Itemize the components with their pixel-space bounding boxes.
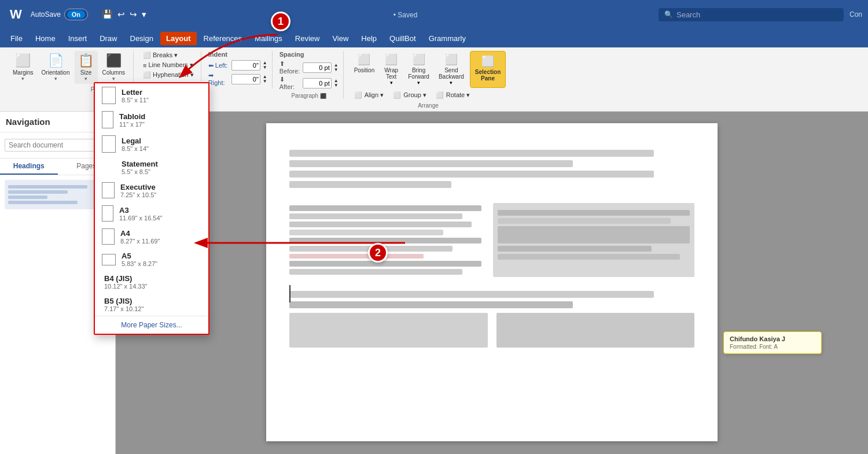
indent-left-spinner[interactable]: ▲ ▼ xyxy=(263,61,267,70)
menu-file[interactable]: File xyxy=(5,32,28,45)
line-numbers-icon: ≡ xyxy=(143,62,146,69)
margins-icon: ⬜ xyxy=(15,53,31,68)
bring-forward-label: BringForward xyxy=(408,67,429,80)
menu-review[interactable]: Review xyxy=(289,32,326,45)
doc-line-4 xyxy=(289,181,451,188)
search-icon: 🔍 xyxy=(664,10,673,19)
size-icon-a3 xyxy=(102,205,113,222)
save-icon[interactable]: 💾 xyxy=(102,9,113,20)
document-title: • Saved xyxy=(152,10,659,19)
doc-line-5 xyxy=(289,291,654,298)
autosave-toggle[interactable]: On xyxy=(64,9,88,20)
spacing-before-spinner[interactable]: ▲ ▼ xyxy=(334,63,339,72)
breaks-group: ⬜ Breaks ▾ ≡ Line Numbers ▾ ⬜ Hyphenatio… xyxy=(136,51,201,82)
size-button[interactable]: 📋 Size ▾ xyxy=(75,51,98,84)
send-backward-button[interactable]: ⬜ SendBackward ▾ xyxy=(435,51,468,88)
size-info-b5jis: B5 (JIS) 7.17" x 10.12" xyxy=(104,297,144,312)
line-numbers-button[interactable]: ≡ Line Numbers ▾ xyxy=(141,61,196,69)
indent-right-input[interactable] xyxy=(231,74,260,84)
align-button[interactable]: ⬜ Align ▾ xyxy=(351,90,388,100)
size-name-a3: A3 xyxy=(119,206,162,215)
menu-references[interactable]: References xyxy=(198,32,248,45)
spacing-after-spinner[interactable]: ▲ ▼ xyxy=(334,79,339,88)
group-button[interactable]: ⬜ Group ▾ xyxy=(389,90,430,100)
menu-design[interactable]: Design xyxy=(124,32,159,45)
menu-home[interactable]: Home xyxy=(30,32,61,45)
breaks-button[interactable]: ⬜ Breaks ▾ xyxy=(141,51,196,60)
size-item-executive[interactable]: Executive 7.25" x 10.5" xyxy=(95,179,208,202)
hyphenation-button[interactable]: ⬜ Hyphenation ▾ xyxy=(141,71,196,79)
text-cursor xyxy=(289,285,290,302)
menu-grammarly[interactable]: Grammarly xyxy=(423,32,472,45)
size-name-statement: Statement xyxy=(122,160,158,168)
hyphenation-label: Hyphenation ▾ xyxy=(153,71,194,79)
send-backward-arrow: ▾ xyxy=(450,80,453,86)
size-icon-legal xyxy=(102,135,116,153)
indent-fields: Indent ⬅ Left: ▲ ▼ ➡ Right: ▲ ▼ xyxy=(208,51,267,86)
spacing-fields: Spacing ⬆ Before: ▲ ▼ ⬇ After: ▲ ▼ xyxy=(279,51,339,90)
columns-button[interactable]: ⬛ Columns ▾ xyxy=(99,51,128,84)
undo-icon[interactable]: ↩ xyxy=(117,9,125,20)
menu-bar: File Home Insert Draw Design Layout Refe… xyxy=(0,29,868,47)
doc-col-left xyxy=(289,203,481,277)
margins-arrow: ▾ xyxy=(21,76,24,82)
toggle-on-label: On xyxy=(67,10,85,19)
redo-icon[interactable]: ↪ xyxy=(130,9,137,20)
size-item-a4[interactable]: A4 8.27" x 11.69" xyxy=(95,225,208,248)
more-paper-sizes-button[interactable]: More Paper Sizes... xyxy=(95,316,208,334)
indent-right-spinner[interactable]: ▲ ▼ xyxy=(263,75,267,84)
menu-quillbot[interactable]: QuillBot xyxy=(384,32,422,45)
send-backward-icon: ⬜ xyxy=(445,53,458,66)
bring-forward-button[interactable]: ⬜ BringForward ▾ xyxy=(404,51,433,88)
arrange-group: ⬜ Position ⬜ WrapText ▾ ⬜ BringForward ▾… xyxy=(346,51,511,109)
annotation-badge-1: 1 xyxy=(271,12,290,31)
search-input[interactable] xyxy=(676,10,827,19)
word-icon: W xyxy=(6,6,26,23)
spacing-after-input[interactable] xyxy=(303,78,332,88)
annotation-badge-2: 2 xyxy=(368,243,388,263)
menu-insert[interactable]: Insert xyxy=(62,32,93,45)
badge1-label: 1 xyxy=(278,16,284,28)
size-info-b4jis: B4 (JIS) 10.12" x 14.33" xyxy=(104,274,147,290)
size-icon-a5 xyxy=(102,254,116,265)
selection-pane-button[interactable]: ⬜ SelectionPane xyxy=(470,51,506,88)
orientation-button[interactable]: 📄 Orientation ▾ xyxy=(38,51,73,84)
size-item-legal[interactable]: Legal 8.5" x 14" xyxy=(95,132,208,156)
orientation-label: Orientation xyxy=(42,69,70,76)
size-item-a3[interactable]: A3 11.69" x 16.54" xyxy=(95,202,208,225)
menu-layout[interactable]: Layout xyxy=(160,32,197,45)
size-dim-legal: 8.5" x 14" xyxy=(122,145,149,152)
size-item-b5jis[interactable]: B5 (JIS) 7.17" x 10.12" xyxy=(95,293,208,316)
wrap-text-icon: ⬜ xyxy=(385,53,398,66)
size-item-tabloid[interactable]: Tabloid 11" x 17" xyxy=(95,108,208,132)
doc-line-2 xyxy=(289,160,573,167)
nav-tab-headings[interactable]: Headings xyxy=(0,158,58,175)
size-item-a5[interactable]: A5 5.83" x 8.27" xyxy=(95,248,208,271)
breaks-icon: ⬜ xyxy=(143,51,151,59)
margins-button[interactable]: ⬜ Margins ▾ xyxy=(9,51,37,84)
spacing-before-input[interactable] xyxy=(303,62,332,73)
size-item-letter[interactable]: Letter 8.5" x 11" xyxy=(95,83,208,108)
rotate-button[interactable]: ⬜ Rotate ▾ xyxy=(432,90,473,100)
size-item-statement[interactable]: Statement 5.5" x 8.5" xyxy=(95,156,208,179)
size-icon: 📋 xyxy=(78,53,94,68)
search-box[interactable]: 🔍 xyxy=(659,8,844,21)
menu-help[interactable]: Help xyxy=(355,32,382,45)
size-name-letter: Letter xyxy=(122,88,149,97)
indent-left-input[interactable] xyxy=(231,60,260,71)
spacing-before-row: ⬆ Before: ▲ ▼ xyxy=(279,60,339,75)
spacing-group: Spacing ⬆ Before: ▲ ▼ ⬇ After: ▲ ▼ Parag… xyxy=(275,51,344,99)
size-dim-statement: 5.5" x 8.5" xyxy=(122,168,158,175)
menu-view[interactable]: View xyxy=(326,32,354,45)
position-button[interactable]: ⬜ Position xyxy=(351,51,378,88)
spacing-after-row: ⬇ After: ▲ ▼ xyxy=(279,76,339,90)
nav-search-input[interactable] xyxy=(5,139,100,152)
size-item-b4jis[interactable]: B4 (JIS) 10.12" x 14.33" xyxy=(95,271,208,293)
menu-draw[interactable]: Draw xyxy=(94,32,123,45)
paragraph-dialog-icon[interactable]: ⬛ xyxy=(320,93,326,99)
menu-mailings[interactable]: Mailings xyxy=(249,32,288,45)
breaks-buttons: ⬜ Breaks ▾ ≡ Line Numbers ▾ ⬜ Hyphenatio… xyxy=(141,51,196,79)
customize-icon[interactable]: ▾ xyxy=(142,9,146,20)
size-dim-executive: 7.25" x 10.5" xyxy=(120,191,156,198)
wrap-text-button[interactable]: ⬜ WrapText ▾ xyxy=(380,51,402,88)
